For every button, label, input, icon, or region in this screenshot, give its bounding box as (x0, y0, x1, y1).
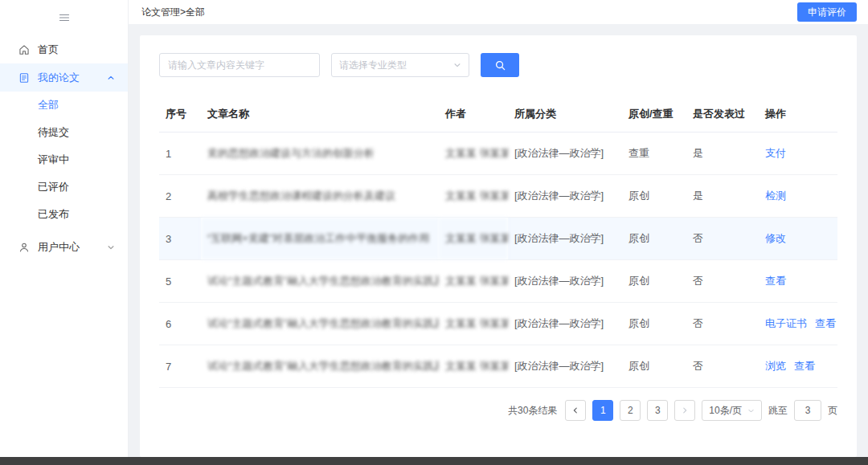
action-link-view[interactable]: 查看 (815, 317, 836, 329)
cell-originality: 查重 (622, 133, 686, 175)
action-link-edit[interactable]: 修改 (765, 232, 786, 244)
sidebar-item-to-submit[interactable]: 待提交 (0, 119, 128, 146)
sidebar-item-label: 已评价 (38, 180, 69, 194)
jump-suffix: 页 (828, 404, 837, 418)
table-row: 6 试论“主题式教育”融入大学生思想政治教育的实践及路径 文某某 张某某 [政治… (159, 303, 837, 345)
cell-no: 2 (159, 175, 201, 218)
cell-title: 高校学生思想政治课程建设的分析及建议 (201, 175, 439, 218)
filter-bar: 请选择专业类型 (159, 53, 837, 77)
cell-author: 文某某 张某某 (439, 345, 508, 388)
cell-published: 否 (686, 303, 759, 345)
sidebar-item-label: 用户中心 (38, 240, 80, 255)
column-header: 所属分类 (508, 98, 622, 133)
cell-published: 是 (686, 133, 759, 175)
cell-title: 试论“主题式教育”融入大学生思想政治教育的实践及路径 (201, 345, 439, 388)
pagination: 共30条结果 1 2 3 10条/页 (159, 400, 837, 421)
pagination-page-2[interactable]: 2 (620, 400, 641, 421)
column-header: 操作 (759, 98, 837, 133)
cell-originality: 原创 (622, 260, 686, 303)
sidebar-item-label: 首页 (38, 43, 59, 57)
breadcrumb: 论文管理>全部 (141, 6, 205, 19)
user-icon (18, 241, 31, 254)
cell-published: 是 (686, 175, 759, 218)
cell-category: [政治法律—政治学] (508, 345, 622, 388)
action-link-certificate[interactable]: 电子证书 (765, 317, 807, 329)
keyword-input[interactable] (159, 53, 320, 77)
table-row: 2 高校学生思想政治课程建设的分析及建议 文某某 张某某 [政治法律—政治学] … (159, 175, 837, 218)
column-header: 原创/查重 (622, 98, 686, 133)
cell-no: 3 (159, 218, 201, 260)
cell-originality: 原创 (622, 303, 686, 345)
page-size-select[interactable]: 10条/页 (702, 400, 762, 421)
pagination-prev-button[interactable] (565, 400, 586, 421)
action-link-pay[interactable]: 支付 (765, 147, 786, 159)
sidebar-item-published[interactable]: 已发布 (0, 201, 128, 228)
main-area: 论文管理>全部 申请评价 请选择专业类型 (129, 0, 868, 457)
sidebar-item-label: 我的论文 (38, 71, 80, 85)
action-link-view[interactable]: 查看 (794, 360, 815, 372)
papers-table: 序号 文章名称 作者 所属分类 原创/查重 是否发表过 操作 1 党的思想政治建 (159, 98, 837, 388)
cell-category: [政治法律—政治学] (508, 175, 622, 218)
cell-published: 否 (686, 218, 759, 260)
sidebar-item-home[interactable]: 首页 (0, 35, 128, 63)
cell-originality: 原创 (622, 218, 686, 260)
apply-evaluation-button[interactable]: 申请评价 (797, 2, 857, 22)
search-icon (494, 59, 506, 71)
cell-category: [政治法律—政治学] (508, 218, 622, 260)
sidebar: 首页 我的论文 全部 待提交 评审中 已评价 已发布 (0, 0, 129, 457)
chevron-down-icon (107, 243, 115, 251)
cell-actions: 浏览查看 (759, 345, 837, 388)
top-bar: 论文管理>全部 申请评价 (129, 0, 868, 24)
cell-no: 7 (159, 345, 201, 388)
app-window: 首页 我的论文 全部 待提交 评审中 已评价 已发布 (0, 0, 868, 457)
category-select[interactable]: 请选择专业类型 (331, 53, 469, 77)
sidebar-item-all[interactable]: 全部 (0, 92, 128, 119)
cell-author: 文某某 张某某 (439, 260, 508, 303)
table-row: 1 党的思想政治建设与方法的创新分析 文某某 张某某 [政治法律—政治学] 查重… (159, 133, 837, 175)
cell-no: 1 (159, 133, 201, 175)
table-row: 7 试论“主题式教育”融入大学生思想政治教育的实践及路径 文某某 张某某 [政治… (159, 345, 837, 388)
sidebar-item-my-papers[interactable]: 我的论文 (0, 63, 128, 92)
cell-actions: 修改 (759, 218, 837, 260)
sidebar-item-user-center[interactable]: 用户中心 (0, 233, 128, 261)
jump-label: 跳至 (768, 404, 788, 418)
sidebar-item-evaluated[interactable]: 已评价 (0, 173, 128, 201)
cell-title: 试论“主题式教育”融入大学生思想政治教育的实践及路径 (201, 303, 439, 345)
action-link-browse[interactable]: 浏览 (765, 360, 786, 372)
column-header: 是否发表过 (686, 98, 759, 133)
cell-author: 文某某 张某某 (439, 133, 508, 175)
pagination-total: 共30条结果 (508, 404, 557, 418)
document-icon (18, 71, 31, 84)
cell-published: 否 (686, 345, 759, 388)
cell-originality: 原创 (622, 345, 686, 388)
column-header: 作者 (439, 98, 508, 133)
category-select-placeholder: 请选择专业类型 (339, 59, 407, 72)
sidebar-item-label: 评审中 (38, 153, 69, 167)
cell-title: 党的思想政治建设与方法的创新分析 (201, 133, 439, 175)
cell-originality: 原创 (622, 175, 686, 218)
cell-title: 试论“主题式教育”融入大学生思想政治教育的实践及路径 (201, 260, 439, 303)
pagination-page-1[interactable]: 1 (592, 400, 613, 421)
search-button[interactable] (481, 53, 519, 77)
hamburger-menu-icon[interactable] (58, 11, 71, 24)
footer-bar (0, 457, 868, 465)
cell-actions: 电子证书查看 (759, 303, 837, 345)
action-link-view[interactable]: 查看 (765, 275, 786, 287)
home-icon (18, 43, 31, 56)
cell-category: [政治法律—政治学] (508, 133, 622, 175)
sidebar-item-label: 全部 (38, 98, 59, 112)
cell-actions: 支付 (759, 133, 837, 175)
pagination-page-3[interactable]: 3 (647, 400, 668, 421)
chevron-down-icon (747, 407, 755, 414)
cell-actions: 检测 (759, 175, 837, 218)
jump-page-input[interactable] (794, 400, 821, 421)
page-size-value: 10条/页 (709, 404, 742, 418)
sidebar-item-label: 待提交 (38, 125, 69, 140)
sidebar-item-in-review[interactable]: 评审中 (0, 146, 128, 173)
action-link-detect[interactable]: 检测 (765, 190, 786, 202)
table-header-row: 序号 文章名称 作者 所属分类 原创/查重 是否发表过 操作 (159, 98, 837, 133)
cell-category: [政治法律—政治学] (508, 303, 622, 345)
pagination-next-button[interactable] (674, 400, 695, 421)
sidebar-item-label: 已发布 (38, 207, 69, 222)
cell-author: 文某某 张某某 (439, 218, 508, 260)
